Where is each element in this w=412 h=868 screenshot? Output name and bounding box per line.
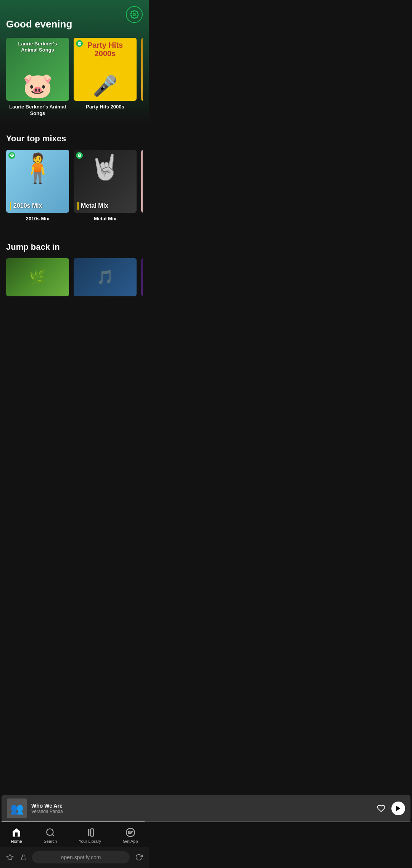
jump-back-section: Jump back in 🌿 🎵 🎧 [0,242,149,307]
mix-metal-yellow-bar [77,202,79,210]
mix-chill-image: 👩 Chill Mix [141,150,143,213]
mix-metal-person: 🤘 [90,153,121,182]
gear-icon [130,10,139,19]
mix-card-chill[interactable]: 👩 Chill Mix [141,150,143,222]
jump-back-card-2[interactable]: 🎵 [74,258,137,296]
latin-card-image: 👨 Lat [141,38,143,101]
laurie-art-bg: Laurie Berkner'sAnimal Songs 🐷 [6,38,69,101]
mix-metal-art: 🤘 Metal Mix [74,150,137,213]
mix-2010s-label-overlay: 2010s Mix [6,202,69,210]
mix-metal-label-overlay: Metal Mix [74,202,137,210]
jump-back-img-1: 🌿 [6,258,69,296]
jump-back-card-1[interactable]: 🌿 [6,258,69,296]
mix-chill-art: 👩 Chill Mix [141,150,143,213]
jump-back-title: Jump back in [6,242,143,252]
party-singer-emoji: 🎤 [93,74,117,98]
spotify-badge-party [76,40,83,47]
pig-emoji: 🐷 [23,73,53,98]
featured-cards-scroll: Laurie Berkner'sAnimal Songs 🐷 Laurie Be… [6,38,143,118]
laurie-art-title: Laurie Berkner'sAnimal Songs [18,41,57,53]
spotify-badge-metal [76,152,83,159]
mix-2010s-image: 🧍 2010s Mix [6,150,69,213]
party-art: Party Hits2000s 🎤 [74,38,137,101]
laurie-card-image: Laurie Berkner'sAnimal Songs 🐷 [6,38,69,101]
mix-chill-label-overlay: Chill Mix [141,202,143,210]
mix-2010s-yellow-bar [10,202,11,210]
mix-2010s-person: 🧍 [20,152,56,185]
jump-back-img-2: 🎵 [74,258,137,296]
spotify-badge-2010s [8,152,15,159]
jump-back-scroll: 🌿 🎵 🎧 [6,258,143,298]
party-art-bg: Party Hits2000s 🎤 [74,38,137,101]
top-mixes-title: Your top mixes [6,134,143,144]
latin-art-bg: 👨 Lat [141,38,143,101]
mix-2010s-bg: 🧍 2010s Mix [6,150,69,213]
greeting-text: Good evening [6,18,143,30]
svg-point-0 [133,13,135,16]
mix-metal-name: Metal Mix [81,202,108,209]
jump-art-2: 🎵 [74,258,137,296]
mix-chill-bg: 👩 Chill Mix [141,150,143,213]
mix-card-2010s[interactable]: 🧍 2010s Mix 2010s Mix [6,150,69,222]
party-art-title: Party Hits2000s [87,41,123,58]
jump-art-1: 🌿 [6,258,69,296]
featured-card-latin[interactable]: 👨 Lat [141,38,143,117]
header: Good evening Laurie Berkner'sAnimal Song… [0,0,149,124]
jump-back-img-3: 🎧 [141,258,143,296]
laurie-art: Laurie Berkner'sAnimal Songs 🐷 [6,38,69,101]
featured-card-laurie[interactable]: Laurie Berkner'sAnimal Songs 🐷 Laurie Be… [6,38,69,117]
laurie-card-label: Laurie Berkner's Animal Songs [6,104,69,117]
mix-2010s-art: 🧍 2010s Mix [6,150,69,213]
top-mixes-scroll: 🧍 2010s Mix 2010s Mix [6,150,143,224]
mix-2010s-name: 2010s Mix [13,202,42,209]
settings-button[interactable] [126,6,143,23]
mix-card-metal[interactable]: 🤘 Metal Mix Metal Mix [74,150,137,222]
top-mixes-section: Your top mixes 🧍 2010s Mix [0,134,149,233]
latin-art: 👨 Lat [141,38,143,101]
jump-art-3: 🎧 [141,258,143,296]
party-card-image: Party Hits2000s 🎤 [74,38,137,101]
mix-2010s-card-label: 2010s Mix [6,216,69,222]
mix-metal-bg: 🤘 Metal Mix [74,150,137,213]
mix-metal-card-label: Metal Mix [74,216,137,222]
latin-yellow-stripe [141,99,143,101]
mix-metal-image: 🤘 Metal Mix [74,150,137,213]
jump-back-card-3[interactable]: 🎧 [141,258,143,296]
featured-card-party[interactable]: Party Hits2000s 🎤 Party Hits 2000s [74,38,137,117]
party-card-label: Party Hits 2000s [74,104,137,110]
